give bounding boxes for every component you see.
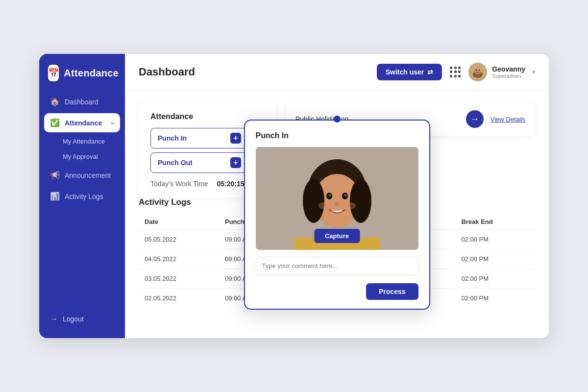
sidebar-subitem-my-approval[interactable]: My Approval bbox=[57, 149, 120, 164]
svg-point-15 bbox=[335, 202, 340, 206]
sidebar-item-label-announcement: Announcement bbox=[65, 172, 111, 179]
modal-title: Punch In bbox=[256, 131, 418, 140]
svg-point-14 bbox=[344, 194, 346, 196]
sidebar-nav: 🏠 Dashboard ✅ Attendance – My Attendance… bbox=[39, 92, 125, 310]
switch-user-label: Switch user bbox=[386, 68, 424, 76]
user-role: Superadmin bbox=[492, 73, 525, 79]
svg-point-9 bbox=[303, 179, 324, 223]
sidebar-item-announcement[interactable]: 📢 Announcement bbox=[44, 166, 120, 185]
sidebar-item-label-dashboard: Dashboard bbox=[65, 98, 98, 106]
header: Dashboard Switch user ⇄ bbox=[125, 54, 549, 91]
camera-preview: Capture bbox=[256, 147, 418, 250]
sidebar-item-attendance[interactable]: ✅ Attendance – bbox=[44, 113, 120, 132]
sidebar-item-activity-logs[interactable]: 📊 Activity Logs bbox=[44, 187, 120, 206]
sidebar-logo: 📅 Attendance bbox=[39, 54, 125, 92]
process-button[interactable]: Process bbox=[366, 283, 418, 300]
svg-point-4 bbox=[479, 70, 480, 71]
user-info[interactable]: Geovanny Superadmin ▾ bbox=[468, 63, 535, 81]
home-icon: 🏠 bbox=[50, 97, 60, 106]
modal-overlay: Punch In bbox=[125, 91, 549, 338]
comment-input[interactable] bbox=[256, 257, 418, 275]
capture-button[interactable]: Capture bbox=[314, 229, 360, 243]
app-container: 📅 Attendance 🏠 Dashboard ✅ Attendance – … bbox=[39, 54, 549, 338]
sidebar: 📅 Attendance 🏠 Dashboard ✅ Attendance – … bbox=[39, 54, 125, 338]
punch-in-modal: Punch In bbox=[244, 120, 430, 310]
sidebar-subitem-my-attendance[interactable]: My Attendance bbox=[57, 134, 120, 148]
avatar bbox=[468, 63, 487, 81]
content-area: Attendance Punch In + Punch Out + bbox=[125, 91, 549, 338]
modal-footer: Process bbox=[256, 283, 418, 300]
switch-user-icon: ⇄ bbox=[427, 68, 433, 76]
svg-point-10 bbox=[350, 179, 371, 223]
user-chevron-icon: ▾ bbox=[532, 69, 535, 75]
sidebar-item-dashboard[interactable]: 🏠 Dashboard bbox=[44, 92, 120, 111]
svg-point-16 bbox=[318, 202, 328, 209]
activity-logs-icon: 📊 bbox=[50, 192, 60, 201]
user-details: Geovanny Superadmin bbox=[492, 65, 525, 79]
svg-point-13 bbox=[328, 194, 331, 196]
user-name: Geovanny bbox=[492, 65, 525, 73]
logo-icon: 📅 bbox=[48, 65, 59, 81]
logout-label: Logout bbox=[63, 315, 84, 323]
svg-point-2 bbox=[474, 67, 481, 74]
logout-button[interactable]: → Logout bbox=[39, 310, 125, 328]
announcement-icon: 📢 bbox=[50, 171, 60, 180]
attendance-collapse-icon: – bbox=[111, 120, 114, 126]
header-actions: Switch user ⇄ bbox=[377, 63, 535, 81]
sidebar-item-label-attendance: Attendance bbox=[65, 119, 102, 127]
main-area: Dashboard Switch user ⇄ bbox=[125, 54, 549, 338]
app-name: Attendance bbox=[64, 68, 119, 79]
sidebar-item-label-activity-logs: Activity Logs bbox=[65, 193, 103, 200]
grid-apps-icon[interactable] bbox=[450, 67, 461, 77]
sidebar-submenu: My Attendance My Approval bbox=[44, 134, 120, 164]
svg-point-3 bbox=[476, 70, 477, 71]
svg-point-17 bbox=[346, 202, 356, 209]
switch-user-button[interactable]: Switch user ⇄ bbox=[377, 64, 442, 80]
modal-indicator bbox=[334, 116, 341, 122]
attendance-icon: ✅ bbox=[50, 118, 60, 127]
page-title: Dashboard bbox=[139, 66, 377, 78]
logout-icon: → bbox=[50, 315, 58, 323]
